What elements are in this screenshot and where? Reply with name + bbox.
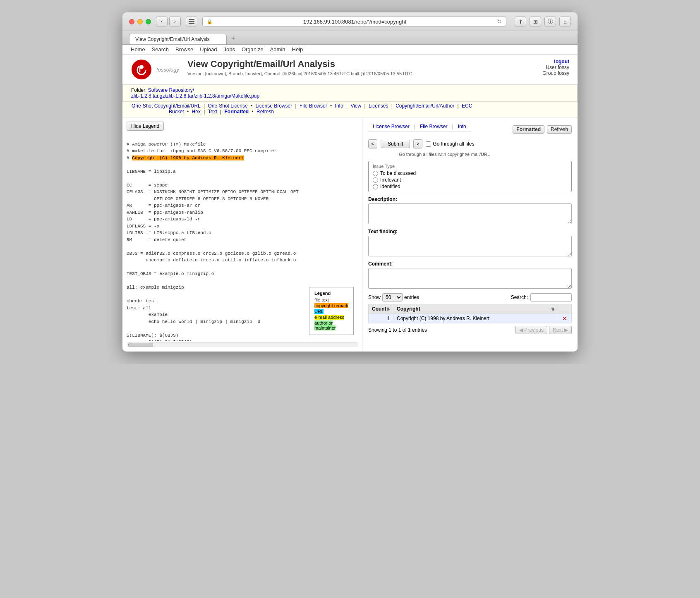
nav-upload[interactable]: Upload xyxy=(200,46,217,53)
previous-page-button[interactable]: ◀ Previous xyxy=(515,326,547,334)
main-area: Hide Legend # Amiga powerUP (TM) Makefil… xyxy=(122,117,578,352)
maximize-button[interactable] xyxy=(146,19,151,24)
horizontal-scrollbar[interactable] xyxy=(127,342,358,347)
subnav-view[interactable]: View xyxy=(350,103,361,109)
logout-link[interactable]: logout xyxy=(554,59,569,65)
subnav-licenses[interactable]: Licenses xyxy=(369,103,388,109)
go-through-label: Go through all files xyxy=(426,141,474,147)
nav-tabs: License Browser | File Browser | Info xyxy=(368,122,471,132)
subnav-bucket[interactable]: Bucket xyxy=(169,109,184,115)
text-finding-textarea[interactable] xyxy=(368,236,572,256)
subnav-oneshot-license[interactable]: One-Shot License xyxy=(208,103,248,109)
scrollbar-thumb[interactable] xyxy=(128,343,153,347)
username: User:fossy xyxy=(542,65,569,70)
svg-point-3 xyxy=(132,60,151,79)
copyright-cell: Copyright (C) 1998 by Andreas R. Kleiner… xyxy=(393,314,558,323)
radio-label-irrelevant: Irrelevant xyxy=(380,177,401,183)
submit-button[interactable]: Submit xyxy=(381,140,410,148)
subnav-file-browser[interactable]: File Browser xyxy=(300,103,327,109)
subnav-text[interactable]: Text xyxy=(208,109,217,115)
top-nav: Home Search Browse Upload Jobs Organize … xyxy=(122,45,578,55)
issue-radio-group: To be discussed Irrelevant Identified xyxy=(373,170,567,189)
show-label: Show xyxy=(368,294,381,300)
radio-to-be-discussed[interactable]: To be discussed xyxy=(373,170,567,176)
description-label: Description: xyxy=(368,196,572,202)
nav-browse[interactable]: Browse xyxy=(175,46,193,53)
subnav-info[interactable]: Info xyxy=(335,103,343,109)
delete-cell: ✕ xyxy=(558,314,572,323)
sidebar-button[interactable] xyxy=(186,17,197,26)
home-icon[interactable]: ⌂ xyxy=(559,17,571,26)
show-entries-row: Show 50 10 25 100 entries Search: xyxy=(368,293,572,301)
legend-title: Legend xyxy=(314,291,348,296)
nav-jobs[interactable]: Jobs xyxy=(223,46,235,53)
copyright-column-header[interactable]: Copyright ⇅ xyxy=(393,304,558,314)
next-file-button[interactable]: > xyxy=(413,139,422,148)
tab-license-browser[interactable]: License Browser xyxy=(368,122,414,132)
sub-nav: One-Shot Copyright/Email/URL | One-Shot … xyxy=(122,102,578,117)
nav-search[interactable]: Search xyxy=(152,46,169,53)
copyright-sort-icon[interactable]: ⇅ xyxy=(551,307,554,311)
forward-button[interactable]: › xyxy=(169,17,181,26)
legend-email: e-mail address xyxy=(314,315,348,320)
nav-help[interactable]: Help xyxy=(292,46,303,53)
count-header-label: Count xyxy=(372,306,386,312)
subnav-formatted[interactable]: Formatted xyxy=(225,109,249,115)
refresh-button[interactable]: Refresh xyxy=(547,125,572,134)
active-tab[interactable]: View Copyright/Email/Url Analysis xyxy=(129,34,227,44)
file-line: # Amiga powerUP (TM) Makefile # makefile… xyxy=(127,142,299,341)
search-input[interactable] xyxy=(530,293,572,301)
count-cell: 1 xyxy=(369,314,393,323)
nav-admin[interactable]: Admin xyxy=(270,46,285,53)
prev-file-button[interactable]: < xyxy=(368,139,377,148)
comment-textarea[interactable] xyxy=(368,268,572,289)
hide-legend-button[interactable]: Hide Legend xyxy=(127,122,164,131)
minimize-button[interactable] xyxy=(137,19,143,24)
logo-section: fossology xyxy=(131,59,179,80)
subnav-copyright[interactable]: Copyright/Email/Url/Author xyxy=(396,103,454,109)
radio-identified[interactable]: Identified xyxy=(373,184,567,189)
subnav-hex[interactable]: Hex xyxy=(192,109,201,115)
nav-buttons: ‹ › xyxy=(156,17,181,26)
count-column-header[interactable]: Count ⇅ xyxy=(369,304,393,314)
header-main: View Copyright/Email/Url Analysis Versio… xyxy=(187,59,542,76)
close-button[interactable] xyxy=(129,19,134,24)
folder-label: Folder: xyxy=(131,87,146,93)
next-page-button[interactable]: Next ▶ xyxy=(549,326,572,334)
copyright-header-label: Copyright xyxy=(397,306,420,312)
description-group: Description: xyxy=(368,196,572,225)
tab-icon[interactable]: ⊞ xyxy=(530,17,541,26)
lock-icon: 🔒 xyxy=(207,19,213,24)
go-through-checkbox[interactable] xyxy=(426,141,431,147)
entries-select[interactable]: 50 10 25 100 xyxy=(382,293,403,301)
address-bar[interactable]: 🔒 192.168.99.100:8081/repo/?mod=copyrigh… xyxy=(202,17,506,26)
subnav-oneshot-copyright[interactable]: One-Shot Copyright/Email/URL xyxy=(132,103,201,109)
count-sort-icon[interactable]: ⇅ xyxy=(386,307,390,311)
entries-label: entries xyxy=(404,294,419,300)
description-textarea[interactable] xyxy=(368,203,572,224)
radio-label-identified: Identified xyxy=(380,184,400,189)
info-icon[interactable]: ⓘ xyxy=(544,17,556,26)
back-button[interactable]: ‹ xyxy=(156,17,168,26)
folder-link[interactable]: Software Repository/ xyxy=(148,87,194,93)
subnav-license-browser[interactable]: License Browser xyxy=(255,103,292,109)
nav-organize[interactable]: Organize xyxy=(242,46,264,53)
subnav-ecc[interactable]: ECC xyxy=(462,103,472,109)
text-finding-label: Text finding: xyxy=(368,229,572,234)
tab-info[interactable]: Info xyxy=(453,122,471,132)
nav-home[interactable]: Home xyxy=(131,46,145,53)
reload-icon[interactable]: ↻ xyxy=(497,18,502,25)
text-finding-group: Text finding: xyxy=(368,229,572,258)
radio-irrelevant[interactable]: Irrelevant xyxy=(373,177,567,183)
subnav-refresh[interactable]: Refresh xyxy=(257,109,274,115)
share-icon[interactable]: ⬆ xyxy=(515,17,526,26)
page-content: Home Search Browse Upload Jobs Organize … xyxy=(122,45,578,352)
file-path-link[interactable]: zlib-1.2.8.tar.gz/zlib-1.2.8.tar/zlib-1.… xyxy=(131,93,259,99)
delete-row-button[interactable]: ✕ xyxy=(561,315,568,322)
pagination-buttons: ◀ Previous Next ▶ xyxy=(515,326,572,334)
breadcrumb: Folder: Software Repository/ zlib-1.2.8.… xyxy=(122,84,578,102)
formatted-button[interactable]: Formatted xyxy=(513,125,544,134)
new-tab-button[interactable]: + xyxy=(228,33,238,43)
tab-file-browser[interactable]: File Browser xyxy=(415,122,452,132)
go-through-subtext: Go through all files with copyright/e-ma… xyxy=(399,152,490,157)
